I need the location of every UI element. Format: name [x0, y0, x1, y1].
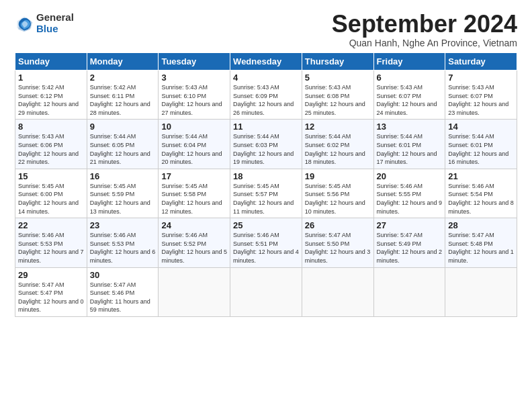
day-number: 7 [448, 73, 514, 83]
day-number: 21 [448, 171, 514, 181]
day-number: 29 [18, 270, 84, 280]
location: Quan Hanh, Nghe An Province, Vietnam [332, 38, 517, 48]
calendar-header-wednesday: Wednesday [230, 53, 302, 71]
day-number: 9 [90, 122, 156, 132]
calendar-week-5: 29 Sunrise: 5:47 AMSunset: 5:47 PMDaylig… [15, 267, 517, 316]
calendar-week-2: 8 Sunrise: 5:43 AMSunset: 6:06 PMDayligh… [15, 120, 517, 169]
day-info: Sunrise: 5:43 AMSunset: 6:06 PMDaylight:… [18, 133, 79, 165]
calendar-cell: 30 Sunrise: 5:47 AMSunset: 5:46 PMDaylig… [87, 267, 159, 316]
day-info: Sunrise: 5:47 AMSunset: 5:50 PMDaylight:… [305, 232, 371, 264]
calendar-cell: 7 Sunrise: 5:43 AMSunset: 6:07 PMDayligh… [445, 71, 517, 120]
logo-icon [15, 14, 34, 33]
calendar-header-sunday: Sunday [15, 53, 87, 71]
day-number: 20 [377, 171, 443, 181]
day-info: Sunrise: 5:44 AMSunset: 6:03 PMDaylight:… [233, 133, 294, 165]
day-number: 16 [90, 171, 156, 181]
title-section: September 2024 Quan Hanh, Nghe An Provin… [332, 12, 517, 48]
day-info: Sunrise: 5:43 AMSunset: 6:09 PMDaylight:… [233, 84, 294, 116]
day-info: Sunrise: 5:42 AMSunset: 6:11 PMDaylight:… [90, 84, 150, 116]
calendar-cell: 9 Sunrise: 5:44 AMSunset: 6:05 PMDayligh… [87, 120, 159, 169]
day-info: Sunrise: 5:44 AMSunset: 6:05 PMDaylight:… [90, 133, 150, 165]
day-info: Sunrise: 5:45 AMSunset: 5:58 PMDaylight:… [161, 183, 222, 215]
day-number: 6 [377, 73, 443, 83]
day-info: Sunrise: 5:46 AMSunset: 5:52 PMDaylight:… [161, 232, 227, 264]
day-info: Sunrise: 5:46 AMSunset: 5:53 PMDaylight:… [90, 232, 156, 264]
logo-text: General Blue [36, 12, 74, 34]
calendar-cell: 8 Sunrise: 5:43 AMSunset: 6:06 PMDayligh… [15, 120, 87, 169]
day-info: Sunrise: 5:47 AMSunset: 5:46 PMDaylight:… [90, 281, 150, 314]
calendar-cell: 22 Sunrise: 5:46 AMSunset: 5:53 PMDaylig… [15, 218, 87, 267]
day-info: Sunrise: 5:42 AMSunset: 6:12 PMDaylight:… [18, 84, 79, 116]
logo-blue-text: Blue [36, 24, 74, 35]
day-info: Sunrise: 5:44 AMSunset: 6:02 PMDaylight:… [305, 133, 365, 165]
day-number: 19 [305, 171, 371, 181]
day-number: 15 [18, 171, 84, 181]
day-number: 4 [233, 73, 299, 83]
calendar-week-4: 22 Sunrise: 5:46 AMSunset: 5:53 PMDaylig… [15, 218, 517, 267]
calendar-cell: 25 Sunrise: 5:46 AMSunset: 5:51 PMDaylig… [230, 218, 302, 267]
day-number: 23 [90, 220, 156, 230]
day-info: Sunrise: 5:46 AMSunset: 5:51 PMDaylight:… [233, 232, 299, 264]
day-number: 10 [161, 122, 227, 132]
calendar-cell: 23 Sunrise: 5:46 AMSunset: 5:53 PMDaylig… [87, 218, 159, 267]
calendar-cell: 5 Sunrise: 5:43 AMSunset: 6:08 PMDayligh… [302, 71, 373, 120]
day-number: 28 [448, 220, 514, 230]
calendar-cell: 1 Sunrise: 5:42 AMSunset: 6:12 PMDayligh… [15, 71, 87, 120]
day-number: 22 [18, 220, 84, 230]
day-number: 8 [18, 122, 84, 132]
day-number: 27 [377, 220, 443, 230]
day-info: Sunrise: 5:45 AMSunset: 5:56 PMDaylight:… [305, 183, 365, 215]
calendar-header-row: SundayMondayTuesdayWednesdayThursdayFrid… [15, 53, 517, 71]
day-number: 18 [233, 171, 299, 181]
day-number: 30 [90, 270, 156, 280]
day-info: Sunrise: 5:44 AMSunset: 6:01 PMDaylight:… [377, 133, 437, 165]
calendar-cell [230, 267, 302, 316]
calendar-table: SundayMondayTuesdayWednesdayThursdayFrid… [15, 52, 517, 317]
day-number: 12 [305, 122, 371, 132]
calendar-cell: 26 Sunrise: 5:47 AMSunset: 5:50 PMDaylig… [302, 218, 373, 267]
day-info: Sunrise: 5:44 AMSunset: 6:04 PMDaylight:… [161, 133, 222, 165]
day-info: Sunrise: 5:47 AMSunset: 5:49 PMDaylight:… [377, 232, 443, 264]
calendar-cell [373, 267, 445, 316]
calendar-cell: 4 Sunrise: 5:43 AMSunset: 6:09 PMDayligh… [230, 71, 302, 120]
day-info: Sunrise: 5:45 AMSunset: 6:00 PMDaylight:… [18, 183, 79, 215]
calendar-page: General Blue September 2024 Quan Hanh, N… [0, 0, 532, 324]
day-info: Sunrise: 5:43 AMSunset: 6:10 PMDaylight:… [161, 84, 222, 116]
calendar-cell: 28 Sunrise: 5:47 AMSunset: 5:48 PMDaylig… [445, 218, 517, 267]
calendar-cell: 3 Sunrise: 5:43 AMSunset: 6:10 PMDayligh… [159, 71, 230, 120]
calendar-cell: 6 Sunrise: 5:43 AMSunset: 6:07 PMDayligh… [373, 71, 445, 120]
month-title: September 2024 [332, 12, 517, 36]
logo: General Blue [15, 12, 74, 34]
day-info: Sunrise: 5:45 AMSunset: 5:59 PMDaylight:… [90, 183, 150, 215]
day-number: 13 [377, 122, 443, 132]
calendar-cell: 11 Sunrise: 5:44 AMSunset: 6:03 PMDaylig… [230, 120, 302, 169]
day-number: 14 [448, 122, 514, 132]
day-number: 26 [305, 220, 371, 230]
day-info: Sunrise: 5:44 AMSunset: 6:01 PMDaylight:… [448, 133, 508, 165]
logo-general-text: General [36, 12, 74, 24]
day-number: 25 [233, 220, 299, 230]
day-number: 17 [161, 171, 227, 181]
day-number: 5 [305, 73, 371, 83]
calendar-cell [159, 267, 230, 316]
day-number: 11 [233, 122, 299, 132]
day-number: 2 [90, 73, 156, 83]
calendar-cell: 24 Sunrise: 5:46 AMSunset: 5:52 PMDaylig… [159, 218, 230, 267]
day-info: Sunrise: 5:47 AMSunset: 5:48 PMDaylight:… [448, 232, 514, 264]
day-info: Sunrise: 5:46 AMSunset: 5:53 PMDaylight:… [18, 232, 84, 264]
day-info: Sunrise: 5:43 AMSunset: 6:07 PMDaylight:… [448, 84, 508, 116]
calendar-cell: 2 Sunrise: 5:42 AMSunset: 6:11 PMDayligh… [87, 71, 159, 120]
calendar-cell: 12 Sunrise: 5:44 AMSunset: 6:02 PMDaylig… [302, 120, 373, 169]
calendar-cell: 21 Sunrise: 5:46 AMSunset: 5:54 PMDaylig… [445, 169, 517, 218]
day-info: Sunrise: 5:46 AMSunset: 5:55 PMDaylight:… [377, 183, 443, 215]
calendar-week-3: 15 Sunrise: 5:45 AMSunset: 6:00 PMDaylig… [15, 169, 517, 218]
calendar-cell: 13 Sunrise: 5:44 AMSunset: 6:01 PMDaylig… [373, 120, 445, 169]
calendar-cell: 15 Sunrise: 5:45 AMSunset: 6:00 PMDaylig… [15, 169, 87, 218]
calendar-cell: 16 Sunrise: 5:45 AMSunset: 5:59 PMDaylig… [87, 169, 159, 218]
calendar-cell: 17 Sunrise: 5:45 AMSunset: 5:58 PMDaylig… [159, 169, 230, 218]
calendar-header-saturday: Saturday [445, 53, 517, 71]
day-info: Sunrise: 5:47 AMSunset: 5:47 PMDaylight:… [18, 281, 84, 314]
calendar-week-1: 1 Sunrise: 5:42 AMSunset: 6:12 PMDayligh… [15, 71, 517, 120]
day-info: Sunrise: 5:45 AMSunset: 5:57 PMDaylight:… [233, 183, 294, 215]
day-number: 24 [161, 220, 227, 230]
